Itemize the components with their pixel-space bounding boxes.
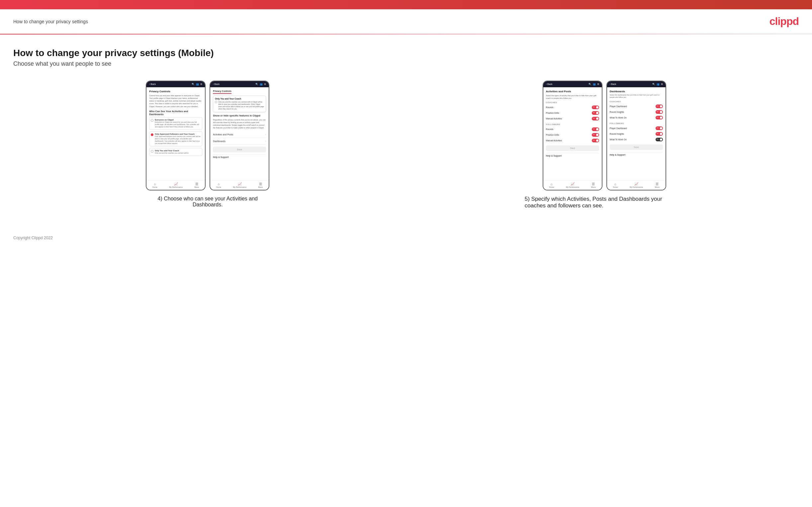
screenshot-group-1: ‹ Back 🔍 👥 ⚙ Privacy Controls Control ho…: [13, 80, 402, 208]
nav-menu-3[interactable]: ☰ Menu: [591, 182, 596, 188]
search-icon-2[interactable]: 🔍: [255, 83, 258, 86]
home-icon-4: ⌂: [614, 182, 616, 186]
coaches-what-to-work-switch[interactable]: ON: [656, 116, 663, 119]
coaches-manual-switch[interactable]: ON: [592, 117, 599, 120]
nav-home-3[interactable]: ⌂ Home: [549, 182, 554, 188]
coaches-player-dashboard-toggle: Player Dashboard ON: [610, 104, 663, 109]
radio-approved-circle: [151, 133, 153, 136]
nav-home-2[interactable]: ⌂ Home: [216, 182, 221, 188]
followers-drills-toggle: Practice Drills ON: [546, 132, 599, 138]
search-icon[interactable]: 🔍: [192, 83, 195, 86]
search-icon-3[interactable]: 🔍: [589, 83, 592, 86]
people-icon-3[interactable]: 👥: [593, 83, 596, 86]
nav-home-label-4: Home: [613, 186, 618, 188]
phone-content-4: Dashboards Select the dashboards that yo…: [607, 87, 666, 180]
phone-screen-2: ‹ Back 🔍 👥 ⚙ Privacy Controls Only You a: [210, 80, 269, 190]
settings-icon[interactable]: ⚙: [200, 83, 202, 86]
save-btn-2[interactable]: Save: [213, 147, 266, 152]
nav-home-label-2: Home: [216, 186, 221, 188]
radio-approved[interactable]: Only Approved Followers and Your Coach O…: [149, 131, 202, 146]
radio-everyone[interactable]: Everyone on Clippd Everyone on Clippd ca…: [149, 117, 202, 130]
nav-menu-2[interactable]: ☰ Menu: [258, 182, 263, 188]
topbar-icons-2: 🔍 👥 ⚙: [255, 83, 266, 86]
help-support-4: Help & Support: [610, 152, 663, 157]
settings-icon-2[interactable]: ⚙: [264, 83, 266, 86]
privacy-controls-title: Privacy Controls: [149, 90, 202, 93]
menu-icon-4: ☰: [656, 182, 659, 186]
phone-topbar-2: ‹ Back 🔍 👥 ⚙: [210, 81, 269, 87]
nav-home-1[interactable]: ⌂ Home: [152, 182, 157, 188]
popup-radio: Only you and the coaches you connect wit…: [215, 101, 264, 110]
topbar-icons-1: 🔍 👥 ⚙: [192, 83, 202, 86]
dashboards-desc: Select the dashboards that you'd like to…: [610, 94, 663, 99]
coaches-drills-label: Practice Drills: [546, 112, 559, 114]
nav-home-label: Home: [152, 186, 157, 188]
followers-round-insights-toggle: Round Insights ON: [610, 131, 663, 137]
coaches-drills-switch[interactable]: ON: [592, 111, 599, 115]
dashboards-label: Dashboards: [213, 140, 225, 143]
phone-bottom-nav-4: ⌂ Home 📈 My Performance ☰ Menu: [607, 180, 666, 190]
activities-posts-chevron: ›: [265, 133, 266, 136]
followers-drills-switch[interactable]: ON: [592, 133, 599, 137]
nav-performance-label-3: My Performance: [566, 186, 579, 188]
coaches-what-to-work-toggle: What To Work On ON: [610, 115, 663, 120]
phone-screen-3: ‹ Back 🔍 👥 ⚙ Activities and Posts Select…: [543, 80, 602, 190]
nav-performance-1[interactable]: 📈 My Performance: [169, 182, 183, 188]
followers-player-dashboard-switch[interactable]: ON: [656, 126, 663, 130]
performance-icon-2: 📈: [238, 182, 242, 186]
followers-round-insights-switch[interactable]: ON: [656, 132, 663, 136]
back-button-2[interactable]: ‹ Back: [213, 83, 219, 85]
followers-label-4: FOLLOWERS: [610, 122, 663, 124]
coaches-player-dashboard-label: Player Dashboard: [610, 105, 627, 108]
coaches-rounds-toggle: Rounds ON: [546, 105, 599, 110]
save-btn-4[interactable]: Save: [610, 144, 663, 150]
radio-coach-only[interactable]: Only You and Your Coach Only you and the…: [149, 148, 202, 156]
nav-performance-2[interactable]: 📈 My Performance: [233, 182, 246, 188]
followers-what-to-work-switch[interactable]: ON: [656, 138, 663, 142]
nav-menu-label-4: Menu: [655, 186, 660, 188]
header-title: How to change your privacy settings: [13, 19, 88, 24]
phone-bottom-nav-3: ⌂ Home 📈 My Performance ☰ Menu: [543, 180, 602, 190]
dashboards-chevron: ›: [265, 140, 266, 143]
back-button-4[interactable]: ‹ Back: [610, 83, 616, 85]
coaches-player-dashboard-switch[interactable]: ON: [656, 105, 663, 108]
radio-coach-desc: Only you and the coaches you connect wit…: [155, 152, 189, 154]
back-button-1[interactable]: ‹ Back: [149, 83, 156, 85]
nav-home-4[interactable]: ⌂ Home: [613, 182, 618, 188]
popup-title: Only You and Your Coach: [215, 98, 264, 100]
phone-bottom-nav-1: ⌂ Home 📈 My Performance ☰ Menu: [146, 180, 205, 190]
activities-posts-menu-row[interactable]: Activities and Posts ›: [213, 131, 266, 138]
search-icon-4[interactable]: 🔍: [652, 83, 655, 86]
back-button-3[interactable]: ‹ Back: [546, 83, 553, 85]
radio-coach-content: Only You and Your Coach Only you and the…: [155, 150, 189, 154]
topbar-icons-3: 🔍 👥 ⚙: [589, 83, 599, 86]
phone-topbar-1: ‹ Back 🔍 👥 ⚙: [146, 81, 205, 87]
caption-group-1: 4) Choose who can see your Activities an…: [145, 196, 271, 208]
privacy-controls-tab[interactable]: Privacy Controls: [213, 90, 232, 94]
nav-performance-4[interactable]: 📈 My Performance: [630, 182, 643, 188]
dashboards-menu-row[interactable]: Dashboards ›: [213, 138, 266, 145]
people-icon-2[interactable]: 👥: [260, 83, 263, 86]
people-icon-4[interactable]: 👥: [657, 83, 660, 86]
followers-player-dashboard-toggle: Player Dashboard ON: [610, 125, 663, 131]
coaches-rounds-switch[interactable]: ON: [592, 106, 599, 109]
nav-home-label-3: Home: [549, 186, 554, 188]
copyright-text: Copyright Clippd 2022: [13, 236, 53, 240]
settings-icon-3[interactable]: ⚙: [597, 83, 599, 86]
page-heading: How to change your privacy settings (Mob…: [13, 48, 799, 58]
nav-menu-4[interactable]: ☰ Menu: [655, 182, 660, 188]
radio-everyone-label: Everyone on Clippd: [155, 119, 201, 121]
followers-rounds-switch[interactable]: ON: [592, 127, 599, 131]
nav-performance-3[interactable]: 📈 My Performance: [566, 182, 579, 188]
performance-icon: 📈: [174, 182, 178, 186]
screenshot-pair-1: ‹ Back 🔍 👥 ⚙ Privacy Controls Control ho…: [13, 80, 402, 190]
radio-approved-content: Only Approved Followers and Your Coach O…: [155, 133, 201, 145]
nav-menu-1[interactable]: ☰ Menu: [195, 182, 199, 188]
save-btn-3[interactable]: Save: [546, 145, 599, 151]
coaches-round-insights-switch[interactable]: ON: [656, 110, 663, 114]
coaches-rounds-label: Rounds: [546, 106, 553, 109]
settings-icon-4[interactable]: ⚙: [661, 83, 663, 86]
coaches-manual-toggle: Manual Activities ON: [546, 116, 599, 121]
followers-manual-switch[interactable]: ON: [592, 139, 599, 143]
people-icon[interactable]: 👥: [196, 83, 199, 86]
